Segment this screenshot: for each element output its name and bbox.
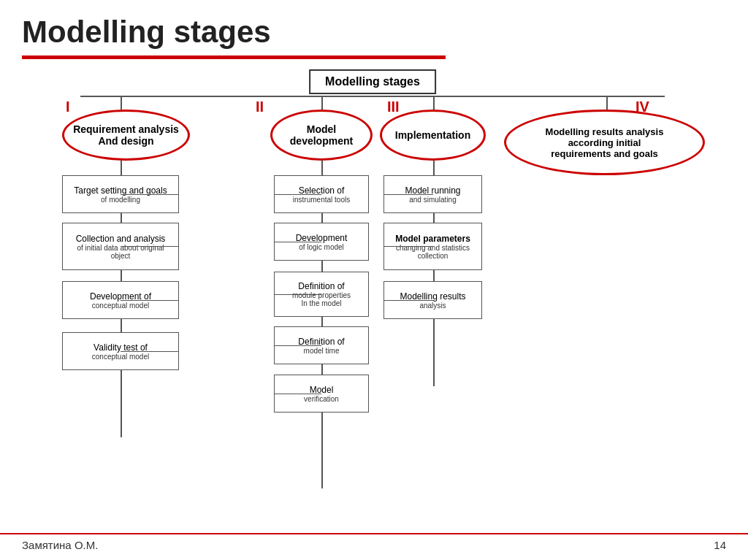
oval-req-line1: Requirement analysis [73,123,179,135]
hcon2-1 [274,194,321,195]
hcon3-3 [383,300,433,301]
hcon2-4 [274,345,321,346]
hcon2-3 [274,294,321,295]
roman-numeral-1: I [66,99,70,115]
oval-model-development: Model development [270,110,373,161]
vline-col3 [433,96,435,110]
vline-col4 [606,96,608,110]
box-conceptual-sub: conceptual model [92,302,149,310]
title-underline [22,55,446,59]
oval-impl-line1: Implementation [395,129,470,141]
oval-requirement-analysis: Requirement analysis And design [62,110,190,161]
box-target-sub: of modelling [101,196,140,204]
h-connector-top [80,96,665,97]
oval-results-line2: according initial [546,137,664,148]
oval-implementation: Implementation [380,110,486,161]
box-logic-sub: of logic model [299,243,344,251]
oval-results-line3: requirements and goals [546,148,664,159]
footer-right: 14 [714,539,726,551]
box-module-main: Definition of [298,281,344,291]
roman-numeral-3: III [387,99,400,115]
hcon2-2 [274,242,321,242]
footer: Замятина О.М. 14 [0,533,748,551]
hcon1-4 [121,351,179,352]
box-running-sub: and simulating [409,196,456,204]
oval-model-line1: Model [290,123,353,135]
slide: Modelling stages Modelling stages I II I… [0,0,748,560]
hcon1-1 [121,194,179,195]
diagram: Modelling stages I II III IV Requirement… [22,69,723,486]
hcon1-2 [121,246,179,247]
box-params-main: Model parameters [395,234,470,244]
oval-model-line2: development [290,135,353,147]
box-verif-sub: verification [304,395,339,403]
oval-req-line2: And design [73,135,179,147]
hcon1-3 [121,300,179,301]
roman-numeral-2: II [256,99,264,115]
footer-left: Замятина О.М. [22,539,98,551]
box-time-sub: model time [304,347,340,355]
hcon3-2 [383,246,433,247]
box-selection-sub: instrumental tools [293,196,350,204]
box-collection-main: Collection and analysis [76,234,166,244]
oval-results-line1: Modelling results analysis [546,126,664,137]
hcon2-5 [274,394,321,394]
page-title: Modelling stages [22,15,726,50]
vline-col1 [121,96,122,110]
vline-col2 [321,96,323,110]
top-box: Modelling stages [309,69,436,94]
oval-results-analysis: Modelling results analysis according ini… [504,110,705,175]
box-validity-sub: conceptual model [92,353,149,361]
hcon3-1 [383,194,433,195]
box-results-sub: analysis [419,302,446,310]
